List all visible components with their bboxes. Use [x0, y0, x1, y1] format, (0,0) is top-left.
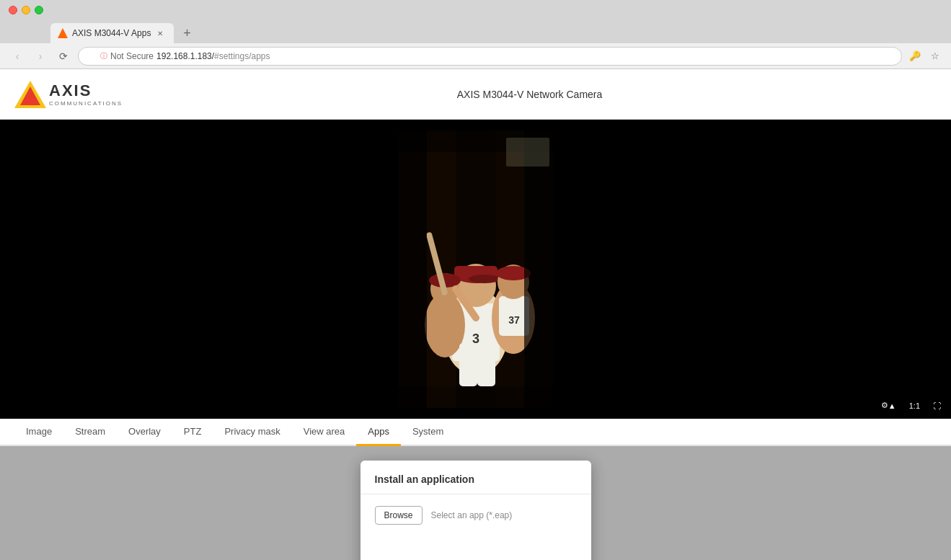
page-header: AXIS COMMUNICATIONS AXIS M3044-V Network… [0, 69, 951, 120]
fullscreen-icon: ⛶ [933, 401, 941, 410]
tab-ptz[interactable]: PTZ [172, 419, 213, 446]
tab-bar: AXIS M3044-V Apps ✕ + [0, 20, 951, 43]
key-icon[interactable]: 🔑 [908, 49, 922, 63]
video-controls: ⚙ ▲ 1:1 ⛶ [877, 398, 945, 413]
close-window-button[interactable] [9, 6, 17, 14]
page-title: AXIS M3044-V Network Camera [123, 89, 937, 100]
video-content-svg: 3 37 [398, 130, 553, 408]
svg-text:37: 37 [508, 314, 520, 326]
tab-favicon-icon [58, 28, 68, 38]
maximize-window-button[interactable] [35, 6, 43, 14]
video-frame: 3 37 [398, 130, 553, 408]
axis-brand-text: AXIS [49, 81, 123, 100]
bookmark-icon[interactable]: ☆ [928, 49, 942, 63]
browse-button[interactable]: Browse [375, 506, 423, 525]
nav-tabs: Image Stream Overlay PTZ Privacy mask Vi… [0, 419, 951, 446]
modal-overlay: Install an application Browse Select an … [0, 446, 951, 560]
file-hint-text: Select an app (*.eap) [431, 510, 513, 520]
svg-rect-27 [398, 386, 553, 408]
traffic-lights [9, 6, 43, 14]
address-bar: ‹ › ⟳ ⓘ Not Secure 192.168.1.183/#settin… [0, 43, 951, 69]
axis-logo: AXIS COMMUNICATIONS [14, 81, 123, 108]
tab-close-button[interactable]: ✕ [155, 28, 165, 38]
file-input-row: Browse Select an app (*.eap) [375, 506, 577, 525]
install-dialog: Install an application Browse Select an … [361, 461, 591, 560]
settings-icon: ⚙ [881, 401, 888, 410]
title-bar [0, 0, 951, 20]
browser-tab-active[interactable]: AXIS M3044-V Apps ✕ [50, 23, 174, 43]
svg-rect-25 [524, 130, 553, 408]
tab-apps[interactable]: Apps [356, 419, 401, 446]
axis-logo-svg [14, 81, 46, 108]
svg-rect-23 [477, 343, 495, 386]
address-input[interactable]: ⓘ Not Secure 192.168.1.183/#settings/app… [78, 47, 902, 66]
forward-button[interactable]: › [32, 48, 49, 65]
page-content: AXIS COMMUNICATIONS AXIS M3044-V Network… [0, 69, 951, 560]
modal-body: Browse Select an app (*.eap) [361, 494, 591, 560]
address-bar-url: 192.168.1.183/#settings/apps [156, 51, 270, 61]
svg-rect-28 [506, 138, 549, 166]
tab-stream[interactable]: Stream [63, 419, 117, 446]
tab-overlay[interactable]: Overlay [117, 419, 172, 446]
video-ratio-button[interactable]: 1:1 [903, 399, 926, 413]
axis-sub-text: COMMUNICATIONS [49, 100, 123, 107]
modal-title: Install an application [361, 461, 591, 494]
tab-image[interactable]: Image [14, 419, 63, 446]
svg-rect-24 [398, 130, 427, 408]
tab-system[interactable]: System [401, 419, 455, 446]
address-actions: 🔑 ☆ [908, 49, 942, 63]
fullscreen-button[interactable]: ⛶ [929, 399, 945, 413]
settings-chevron: ▲ [888, 401, 896, 410]
new-tab-button[interactable]: + [177, 23, 197, 43]
video-container: 3 37 [0, 120, 951, 419]
svg-rect-22 [459, 343, 477, 386]
security-indicator: ⓘ [100, 51, 107, 61]
reload-button[interactable]: ⟳ [55, 48, 72, 65]
tab-view-area[interactable]: View area [292, 419, 357, 446]
main-content: Install an application Browse Select an … [0, 446, 951, 560]
back-button[interactable]: ‹ [9, 48, 26, 65]
video-settings-button[interactable]: ⚙ ▲ [877, 398, 901, 413]
axis-text-logo: AXIS COMMUNICATIONS [49, 81, 123, 107]
security-label: Not Secure [110, 51, 154, 61]
modal-spacer [375, 530, 577, 560]
tab-privacy-mask[interactable]: Privacy mask [213, 419, 291, 446]
minimize-window-button[interactable] [22, 6, 30, 14]
svg-point-11 [469, 275, 500, 283]
tab-title: AXIS M3044-V Apps [72, 28, 151, 38]
